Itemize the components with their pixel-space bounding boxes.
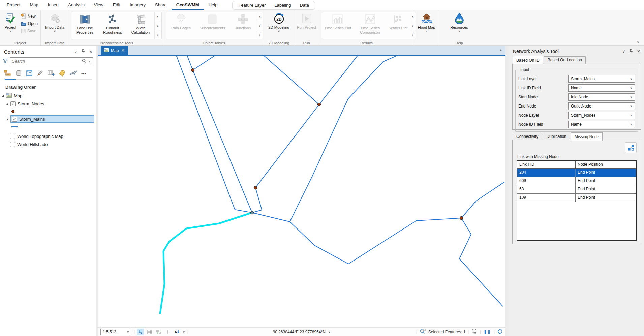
node-id-field-combobox[interactable]: Name∨ — [568, 121, 635, 128]
storm-main-line[interactable] — [252, 188, 262, 213]
time-series-plot-button[interactable]: Time Series Plot — [321, 12, 354, 39]
storm-node[interactable] — [254, 186, 257, 189]
contextual-tab-data[interactable]: Data — [295, 3, 313, 8]
storm-main-line[interactable] — [193, 56, 216, 70]
selected-storm-main-line[interactable] — [160, 213, 252, 313]
world-hillshade-checkbox[interactable] — [10, 142, 15, 147]
contextual-tab-feature-layer[interactable]: Feature Layer — [234, 3, 270, 8]
collapse-ribbon-icon[interactable]: ∨ — [637, 40, 639, 44]
ribbon-tab-insert[interactable]: Insert — [43, 0, 64, 10]
link-layer-combobox[interactable]: Storm_Mains∨ — [568, 75, 635, 83]
scroll-down-icon[interactable]: ∨ — [155, 21, 160, 30]
import-data-button[interactable]: Import Data ∨ — [44, 11, 66, 40]
land-use-properties-button[interactable]: Land Use Properties — [71, 12, 98, 39]
search-input[interactable] — [12, 59, 80, 64]
scale-combobox[interactable]: 1:5,513 ∨ — [100, 329, 131, 335]
trace-links-button[interactable] — [625, 142, 637, 153]
tree-item-world-hillshade[interactable]: World Hillshade — [0, 140, 96, 148]
refresh-icon[interactable] — [497, 329, 503, 335]
close-icon[interactable]: ✕ — [89, 50, 92, 54]
storm-main-line[interactable] — [176, 56, 252, 213]
snapping-crosshair-icon[interactable] — [164, 329, 171, 335]
end-node-combobox[interactable]: OutletNode∨ — [568, 102, 635, 110]
scatter-plot-button[interactable]: Scatter Plot — [386, 12, 410, 39]
ribbon-tab-view[interactable]: View — [89, 0, 108, 10]
storm-main-line[interactable] — [459, 218, 503, 306]
scroll-down-icon[interactable]: ∨ — [257, 21, 263, 30]
tab-based-on-id[interactable]: Based On ID — [513, 56, 543, 64]
scroll-up-icon[interactable]: ∧ — [257, 12, 263, 21]
storm-main-line[interactable] — [255, 56, 319, 188]
storm-node[interactable] — [318, 103, 321, 106]
chevron-down-icon[interactable]: ∨ — [328, 330, 331, 334]
time-series-comparison-button[interactable]: Time Series Comparison — [354, 12, 386, 39]
edit-pencil-icon[interactable] — [37, 70, 43, 78]
width-calculation-button[interactable]: Width Calculation — [127, 12, 154, 39]
expand-triangle-icon[interactable] — [6, 103, 8, 105]
storm-nodes-checkbox[interactable]: ✓ — [10, 101, 16, 106]
tree-item-map[interactable]: Map — [0, 92, 96, 100]
data-source-icon[interactable] — [15, 70, 22, 78]
storm-mains-checkbox[interactable]: ✓ — [12, 117, 17, 122]
map-view-tab[interactable]: Map ✕ — [101, 46, 128, 55]
snap-to-grid-icon[interactable] — [137, 329, 144, 335]
storm-main-line[interactable] — [187, 56, 252, 213]
expand-triangle-icon[interactable] — [2, 95, 4, 97]
subcatchments-button[interactable]: Subcatchments — [195, 12, 229, 39]
chevron-down-icon[interactable]: ∨ — [74, 50, 77, 54]
2d-modeling-button[interactable]: 2D 2D Modeling ∨ — [268, 11, 290, 40]
ribbon-tab-analysis[interactable]: Analysis — [63, 0, 89, 10]
close-icon[interactable]: ✕ — [121, 48, 125, 53]
tree-item-storm-mains[interactable]: ✓ Storm_Mains — [0, 115, 96, 123]
contextual-tab-labeling[interactable]: Labeling — [270, 3, 295, 8]
expand-triangle-icon[interactable] — [6, 118, 8, 120]
new-button[interactable]: New — [21, 13, 38, 19]
selected-features-count[interactable]: Selected Features: 1 — [428, 330, 466, 334]
table-row[interactable]: 109End Point — [517, 194, 636, 202]
select-tool-icon[interactable] — [472, 329, 477, 335]
ribbon-tab-help[interactable]: Help — [204, 0, 222, 10]
ribbon-tab-imagery[interactable]: Imagery — [125, 0, 150, 10]
chevron-down-icon[interactable]: ∨ — [622, 49, 625, 54]
link-id-field-combobox[interactable]: Name∨ — [568, 84, 635, 92]
project-button[interactable]: Project ∨ — [1, 11, 20, 40]
table-row[interactable]: 204End Point — [517, 169, 636, 177]
map-canvas[interactable] — [98, 56, 505, 327]
labeling-tag-icon[interactable] — [59, 70, 66, 78]
pause-drawing-icon[interactable]: ❚❚ — [484, 330, 491, 334]
node-layer-combobox[interactable]: Storm_Nodes∨ — [568, 112, 635, 119]
table-row[interactable]: 609End Point — [517, 177, 636, 185]
storm-node[interactable] — [191, 69, 194, 72]
ribbon-tab-share[interactable]: Share — [150, 0, 172, 10]
pin-icon[interactable] — [81, 49, 85, 54]
ribbon-tab-geoswmm[interactable]: GeoSWMM — [172, 0, 204, 10]
open-button[interactable]: Open — [21, 20, 38, 27]
close-icon[interactable]: ✕ — [637, 49, 640, 54]
junction-node[interactable] — [251, 211, 254, 214]
flood-map-button[interactable]: Flood Map ∨ — [416, 11, 437, 40]
storm-main-line[interactable] — [252, 213, 461, 264]
world-topographic-checkbox[interactable] — [10, 134, 15, 139]
junctions-button[interactable]: Junctions — [229, 12, 257, 39]
ribbon-tab-edit[interactable]: Edit — [108, 0, 125, 10]
ribbon-tab-project[interactable]: Project — [2, 0, 25, 10]
ribbon-tab-map[interactable]: Map — [25, 0, 43, 10]
rain-gages-button[interactable]: Rain Gages — [166, 12, 195, 39]
dynamic-constraints-icon[interactable] — [155, 329, 162, 335]
gallery-expand-icon[interactable]: ⇳ — [257, 30, 263, 39]
start-node-combobox[interactable]: InletNode∨ — [568, 93, 635, 101]
snapshot-layer-icon[interactable] — [26, 70, 33, 78]
chevron-down-icon[interactable]: ∨ — [88, 60, 91, 63]
pin-icon[interactable] — [629, 49, 633, 54]
north-arrow-icon[interactable]: N — [174, 329, 180, 335]
chevron-up-icon[interactable]: ∧ — [500, 48, 502, 52]
chevron-down-icon[interactable]: ∨ — [183, 330, 185, 334]
resources-button[interactable]: Resources ∨ — [448, 11, 470, 40]
gallery-expand-icon[interactable]: ⇳ — [155, 30, 160, 39]
storm-main-line[interactable] — [319, 56, 358, 104]
tab-missing-node[interactable]: Missing Node — [571, 132, 603, 141]
imagery-satellite-icon[interactable] — [70, 70, 77, 78]
more-options-icon[interactable]: ••• — [81, 71, 87, 76]
panel-splitter[interactable] — [505, 46, 509, 336]
storm-main-line[interactable] — [461, 181, 504, 218]
